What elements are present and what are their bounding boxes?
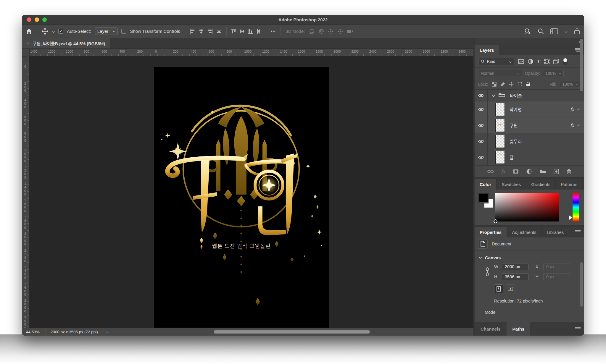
align-right-edges-icon[interactable] xyxy=(207,29,213,34)
tab-patterns[interactable]: Patterns xyxy=(556,179,583,190)
color-picker-handle[interactable] xyxy=(494,219,497,223)
tab-libraries[interactable]: Libraries xyxy=(542,227,569,237)
layer-row[interactable]: 작가명 fx xyxy=(475,101,584,117)
layer-row[interactable]: 달 xyxy=(475,149,584,165)
filter-pixel-layers-icon[interactable] xyxy=(518,59,524,64)
workspace-switcher-icon[interactable] xyxy=(550,28,558,34)
share-user-icon[interactable] xyxy=(524,28,531,35)
delete-layer-icon[interactable] xyxy=(567,169,571,174)
portrait-orientation-button[interactable] xyxy=(494,284,503,293)
lock-artboard-icon[interactable] xyxy=(518,82,522,87)
visibility-eye-icon[interactable] xyxy=(475,149,488,165)
color-panel-menu-icon[interactable] xyxy=(583,179,584,190)
opacity-field[interactable]: 100% xyxy=(543,70,564,77)
constrain-proportions-icon[interactable] xyxy=(485,267,489,277)
status-chevron-icon[interactable]: › xyxy=(107,330,108,334)
visibility-eye-icon[interactable] xyxy=(475,117,488,133)
properties-scrollbar[interactable] xyxy=(580,262,583,307)
visibility-eye-icon[interactable] xyxy=(475,90,488,101)
tool-preset-chevron-icon[interactable] xyxy=(52,29,55,34)
bottom-panel-menu-icon[interactable] xyxy=(572,322,584,336)
document-info[interactable]: 2000 px x 3506 px (72 ppi) xyxy=(46,329,103,335)
3d-slide-icon[interactable] xyxy=(337,28,343,34)
width-field[interactable]: 2000 px xyxy=(502,263,528,270)
properties-panel-menu-icon[interactable] xyxy=(572,227,584,237)
3d-roll-icon[interactable] xyxy=(318,28,324,34)
filter-adjustment-layers-icon[interactable] xyxy=(528,59,533,64)
add-layer-style-icon[interactable]: fx xyxy=(502,169,505,174)
align-top-edges-icon[interactable] xyxy=(231,29,236,34)
zoom-level-field[interactable]: 44.53% xyxy=(26,330,40,334)
layer-thumbnail[interactable] xyxy=(495,135,505,148)
home-icon[interactable] xyxy=(26,28,32,34)
hue-strip[interactable] xyxy=(573,193,579,221)
new-group-icon[interactable] xyxy=(539,169,546,174)
horizontal-ruler[interactable]: 1400120010008006004002000200400600800100… xyxy=(30,49,473,56)
layer-thumbnail[interactable] xyxy=(495,151,505,164)
group-expand-chevron-icon[interactable] xyxy=(492,93,495,98)
auto-select-target-dropdown[interactable]: Layer xyxy=(95,27,118,35)
fill-field[interactable]: 100% xyxy=(560,81,581,88)
layers-scrollbar[interactable] xyxy=(580,39,583,91)
layer-row[interactable]: 구원 fx xyxy=(475,117,584,133)
move-tool-icon[interactable] xyxy=(42,28,48,35)
filter-shape-layers-icon[interactable] xyxy=(544,59,549,64)
new-adjustment-layer-icon[interactable] xyxy=(526,169,532,174)
visibility-eye-icon[interactable] xyxy=(475,133,488,149)
distribute-vertical-icon[interactable] xyxy=(256,29,261,34)
search-icon[interactable] xyxy=(538,28,544,34)
lock-transparency-icon[interactable] xyxy=(492,82,497,87)
filter-smart-objects-icon[interactable] xyxy=(553,59,559,64)
more-align-options-button[interactable]: ••• xyxy=(271,29,276,33)
tab-color[interactable]: Color xyxy=(475,179,497,190)
hue-slider-handle[interactable] xyxy=(569,216,572,220)
canvas-section-chevron-icon[interactable] xyxy=(479,257,482,259)
lock-position-icon[interactable] xyxy=(509,82,514,87)
x-field[interactable]: 0 px xyxy=(543,263,570,270)
foreground-color-swatch[interactable] xyxy=(479,194,488,203)
y-field[interactable]: 0 px xyxy=(543,273,570,280)
vertical-ruler[interactable]: 0200400600800100012001400160018002000220… xyxy=(22,56,30,328)
landscape-orientation-button[interactable] xyxy=(506,284,515,293)
filter-toggle-switch[interactable] xyxy=(563,58,568,65)
layer-thumbnail[interactable] xyxy=(495,119,505,132)
horizontal-scrollbar[interactable] xyxy=(214,330,370,334)
close-tab-icon[interactable]: × xyxy=(27,41,29,46)
tab-swatches[interactable]: Swatches xyxy=(497,179,526,190)
workspace-chevron-icon[interactable] xyxy=(565,29,568,34)
3d-pan-icon[interactable] xyxy=(328,28,334,34)
tab-layers[interactable]: Layers xyxy=(475,45,499,55)
tab-paths[interactable]: Paths xyxy=(507,322,531,336)
canvas-viewport[interactable]: 웹툰 도진 원작 그웬돌린 xyxy=(30,56,473,328)
foreground-background-swatches[interactable] xyxy=(479,194,494,209)
visibility-eye-icon[interactable] xyxy=(475,101,488,117)
artwork-canvas[interactable]: 웹툰 도진 원작 그웬돌린 xyxy=(154,67,329,328)
layer-thumbnail[interactable] xyxy=(495,103,505,116)
add-layer-mask-icon[interactable] xyxy=(513,169,519,174)
filter-kind-dropdown[interactable]: Kind xyxy=(478,58,514,65)
auto-select-checkbox[interactable]: ✓ xyxy=(58,29,63,34)
align-bottom-edges-icon[interactable] xyxy=(248,29,253,34)
layer-fx-badge[interactable]: fx xyxy=(570,107,574,112)
align-left-edges-icon[interactable] xyxy=(190,29,195,34)
lock-all-icon[interactable] xyxy=(526,82,530,87)
align-horizontal-centers-icon[interactable] xyxy=(199,29,204,34)
blend-mode-dropdown[interactable]: Normal xyxy=(478,70,522,77)
3d-camera-icon[interactable] xyxy=(347,29,354,34)
filter-type-layers-icon[interactable]: T xyxy=(537,59,540,64)
tab-gradients[interactable]: Gradients xyxy=(526,179,556,190)
tab-channels[interactable]: Channels xyxy=(475,322,507,336)
layer-group-row[interactable]: 타이틀 xyxy=(475,90,584,101)
distribute-horizontal-icon[interactable] xyxy=(216,29,222,34)
tab-properties[interactable]: Properties xyxy=(475,227,507,237)
layer-fx-badge[interactable]: fx xyxy=(570,123,574,128)
new-layer-icon[interactable] xyxy=(554,169,559,174)
share-export-icon[interactable] xyxy=(574,28,580,35)
tab-adjustments[interactable]: Adjustments xyxy=(507,227,542,237)
align-vertical-centers-icon[interactable] xyxy=(240,29,244,34)
lock-pixels-icon[interactable] xyxy=(500,82,505,87)
saturation-brightness-field[interactable] xyxy=(495,193,559,221)
layer-row[interactable]: 빛무리 xyxy=(475,133,584,149)
3d-orbit-icon[interactable] xyxy=(308,28,315,34)
document-tab[interactable]: × 구원_타이틀B.psd @ 44.5% (RGB/8#) xyxy=(22,38,110,48)
